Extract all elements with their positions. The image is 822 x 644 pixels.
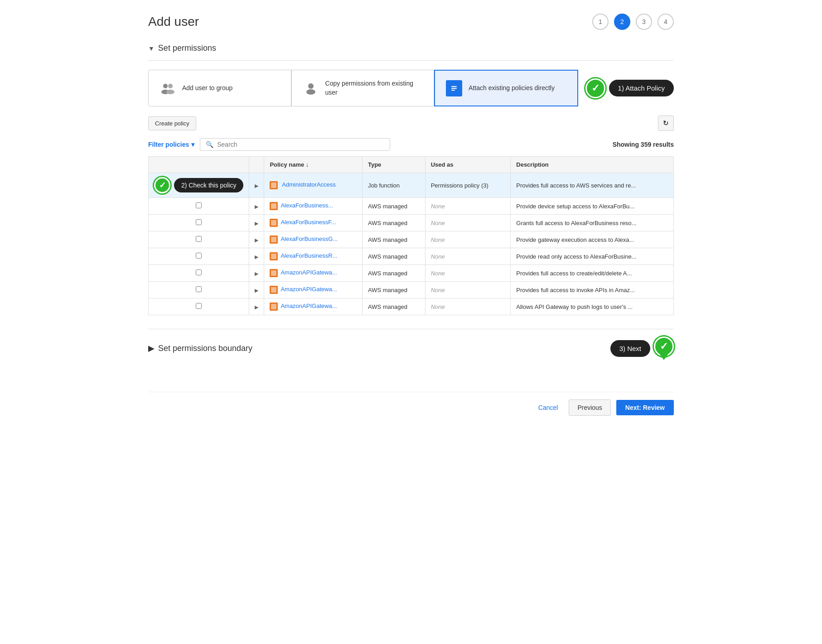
policy-name-link[interactable]: AlexaForBusinessF... [280, 219, 336, 226]
policy-name-link[interactable]: AmazonAPIGatewa... [280, 286, 337, 293]
set-permissions-label: Set permissions [158, 43, 216, 53]
option-add-user-label: Add user to group [182, 84, 232, 93]
check-policy-label: 2) Check this policy [174, 178, 243, 192]
row-checkbox[interactable] [196, 269, 202, 275]
option-attach-policies[interactable]: Attach existing policies directly [434, 70, 578, 106]
row-expand-cell[interactable]: ▶ [249, 298, 264, 315]
search-box: 🔍 [200, 138, 390, 151]
row-expand-cell[interactable]: ▶ [249, 173, 264, 198]
policy-icon [270, 286, 278, 294]
row-checkbox-cell[interactable] [149, 198, 249, 215]
policy-name-link[interactable]: AlexaForBusinessG... [280, 236, 338, 243]
create-policy-button[interactable]: Create policy [148, 116, 196, 130]
policy-icon [270, 181, 278, 189]
policy-name-link[interactable]: AmazonAPIGatewa... [280, 303, 337, 310]
step-4[interactable]: 4 [658, 14, 674, 30]
row-checkbox[interactable] [196, 303, 202, 309]
policy-icon [270, 219, 278, 227]
row-description: Provide gateway execution access to Alex… [511, 231, 674, 248]
person-icon [303, 80, 319, 96]
row-checkbox-cell[interactable] [149, 215, 249, 231]
expand-button[interactable]: ▶ [255, 288, 258, 293]
option-add-user-to-group[interactable]: Add user to group [148, 70, 291, 106]
permissions-boundary-title: ▶ Set permissions boundary [148, 343, 252, 353]
row-expand-cell[interactable]: ▶ [249, 282, 264, 298]
row-policy-name[interactable]: AmazonAPIGatewa... [264, 282, 363, 298]
policy-name-link[interactable]: AdministratorAccess [282, 182, 335, 188]
row-checkbox-cell[interactable]: ✓ 2) Check this policy [149, 173, 249, 198]
cancel-button[interactable]: Cancel [533, 400, 564, 415]
policy-name-link[interactable]: AmazonAPIGatewa... [280, 269, 337, 276]
row-type: Job function [362, 173, 425, 198]
row-expand-cell[interactable]: ▶ [249, 215, 264, 231]
row-policy-name[interactable]: AlexaForBusinessR... [264, 248, 363, 265]
footer-actions: Cancel Previous Next: Review [148, 392, 674, 416]
row-checkbox-cell[interactable] [149, 231, 249, 248]
filter-chevron-icon: ▾ [191, 141, 194, 148]
row-type: AWS managed [362, 215, 425, 231]
expand-button[interactable]: ▶ [255, 183, 258, 189]
doc-icon [446, 80, 462, 96]
row-expand-cell[interactable]: ▶ [249, 248, 264, 265]
boundary-arrow: ▶ [148, 343, 155, 353]
filter-policies-button[interactable]: Filter policies ▾ [148, 141, 194, 148]
policy-name-link[interactable]: AlexaForBusinessR... [280, 253, 337, 260]
expand-button[interactable]: ▶ [255, 221, 258, 226]
row-checkbox[interactable] [196, 236, 202, 242]
row-policy-name[interactable]: AmazonAPIGatewa... [264, 265, 363, 282]
refresh-button[interactable]: ↻ [658, 115, 674, 131]
svg-point-5 [306, 89, 315, 95]
expand-button[interactable]: ▶ [255, 254, 258, 260]
step-3[interactable]: 3 [636, 14, 652, 30]
next-review-button[interactable]: Next: Review [616, 400, 674, 415]
row-policy-name[interactable]: AmazonAPIGatewa... [264, 298, 363, 315]
table-row: ▶ AlexaForBusiness... AWS managed None P… [149, 198, 674, 215]
expand-button[interactable]: ▶ [255, 204, 258, 210]
option-attach-label: Attach existing policies directly [469, 84, 555, 93]
row-policy-name[interactable]: AlexaForBusinessG... [264, 231, 363, 248]
row-used-as: None [425, 215, 511, 231]
row-checkbox[interactable] [196, 219, 202, 225]
row-description: Provides full access to create/edit/dele… [511, 265, 674, 282]
row-checkbox[interactable] [196, 253, 202, 259]
section-divider [148, 60, 674, 61]
expand-button[interactable]: ▶ [255, 271, 258, 277]
row-checkbox-cell[interactable] [149, 298, 249, 315]
row-used-as: None [425, 248, 511, 265]
expand-button[interactable]: ▶ [255, 304, 258, 310]
row-checkbox-cell[interactable] [149, 282, 249, 298]
previous-button[interactable]: Previous [569, 399, 610, 416]
row-type: AWS managed [362, 298, 425, 315]
th-type: Type [362, 157, 425, 173]
policy-icon [270, 303, 278, 311]
svg-point-0 [163, 84, 168, 88]
row-checkbox[interactable] [196, 286, 202, 292]
svg-rect-8 [451, 88, 457, 89]
row-policy-name[interactable]: AdministratorAccess [264, 173, 363, 198]
permissions-boundary-section: ▶ Set permissions boundary 3) Next ✓ [148, 329, 674, 369]
row-expand-cell[interactable]: ▶ [249, 231, 264, 248]
th-policy-name[interactable]: Policy name ↓ [264, 157, 363, 173]
row-checkbox-cell[interactable] [149, 248, 249, 265]
row-checkbox[interactable] [196, 202, 202, 208]
header-row: Add user 1 2 3 4 [148, 14, 674, 30]
row-expand-cell[interactable]: ▶ [249, 198, 264, 215]
next-callout: 3) Next ✓ [610, 336, 674, 360]
row-checkbox-cell[interactable] [149, 265, 249, 282]
row-type: AWS managed [362, 282, 425, 298]
row-policy-name[interactable]: AlexaForBusiness... [264, 198, 363, 215]
policy-table: Policy name ↓ Type Used as Description ✓… [148, 156, 674, 315]
expand-button[interactable]: ▶ [255, 237, 258, 243]
step-indicators: 1 2 3 4 [592, 14, 674, 30]
check-policy-icon: ✓ [154, 177, 170, 193]
row-expand-cell[interactable]: ▶ [249, 265, 264, 282]
svg-point-4 [308, 83, 314, 89]
filter-label: Filter policies [148, 141, 189, 148]
policy-name-link[interactable]: AlexaForBusiness... [280, 202, 333, 209]
toolbar-row: Create policy ↻ [148, 115, 674, 131]
search-input[interactable] [217, 141, 384, 148]
option-copy-permissions[interactable]: Copy permissions from existing user [291, 70, 435, 106]
step-1[interactable]: 1 [592, 14, 609, 30]
row-policy-name[interactable]: AlexaForBusinessF... [264, 215, 363, 231]
step-2[interactable]: 2 [614, 14, 630, 30]
